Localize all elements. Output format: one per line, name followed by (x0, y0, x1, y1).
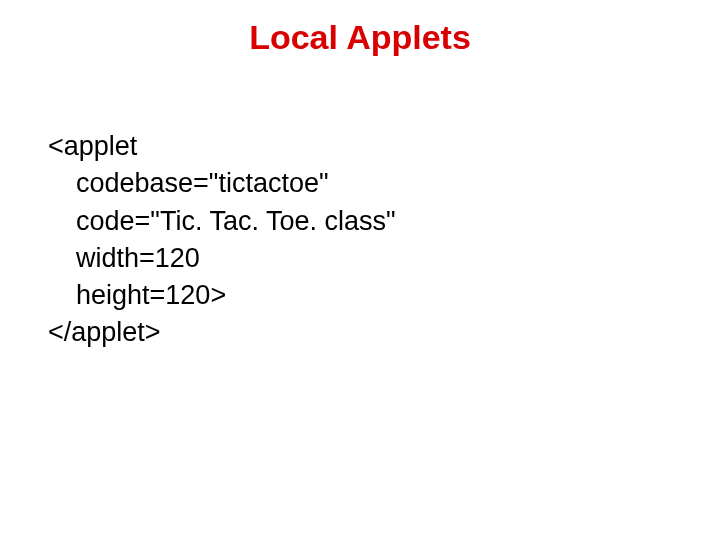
code-block: <applet codebase="tictactoe" code="Tic. … (48, 128, 396, 352)
code-text: codebase="tictactoe" (76, 168, 329, 198)
code-line: width=120 (48, 240, 396, 277)
code-line: codebase="tictactoe" (48, 165, 396, 202)
code-text: height=120> (76, 280, 226, 310)
code-line: <applet (48, 128, 396, 165)
code-text: <applet (48, 131, 137, 161)
slide-title: Local Applets (0, 18, 720, 57)
code-line: </applet> (48, 314, 396, 351)
code-line: code="Tic. Tac. Toe. class" (48, 203, 396, 240)
code-text: code="Tic. Tac. Toe. class" (76, 206, 396, 236)
code-line: height=120> (48, 277, 396, 314)
slide: Local Applets <applet codebase="tictacto… (0, 0, 720, 540)
code-text: </applet> (48, 317, 161, 347)
code-text: width=120 (76, 243, 200, 273)
